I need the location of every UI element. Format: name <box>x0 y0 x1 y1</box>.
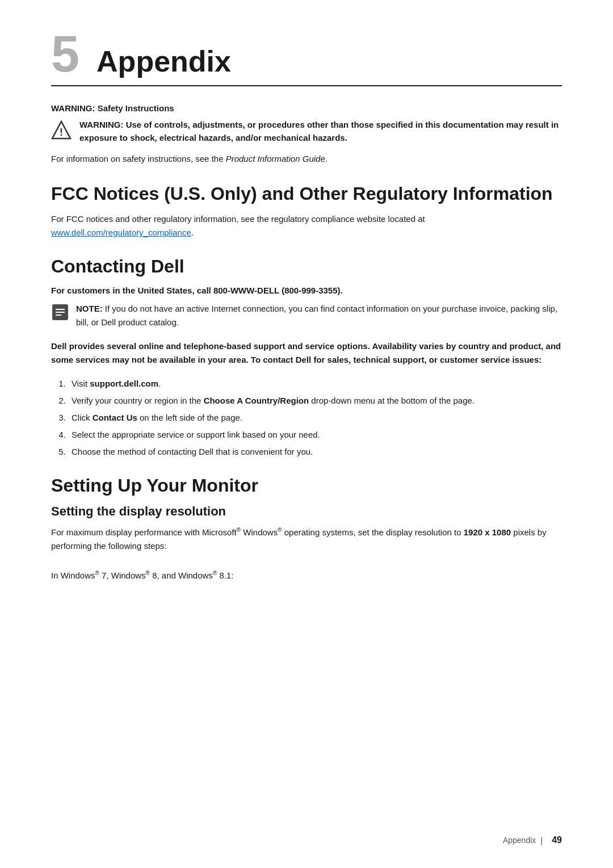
fcc-section: FCC Notices (U.S. Only) and Other Regula… <box>51 183 562 240</box>
setting-up-monitor-section: Setting Up Your Monitor Setting the disp… <box>51 475 562 582</box>
display-resolution-title: Setting the display resolution <box>51 504 562 519</box>
list-item: Choose the method of contacting Dell tha… <box>68 445 562 459</box>
chapter-title: Appendix <box>96 34 231 78</box>
chapter-number: 5 <box>51 28 79 79</box>
warning-box: ! WARNING: Use of controls, adjustments,… <box>51 119 562 144</box>
warning-section: WARNING: Safety Instructions ! WARNING: … <box>51 103 562 166</box>
footer-label: Appendix <box>503 836 536 845</box>
fcc-title: FCC Notices (U.S. Only) and Other Regula… <box>51 183 562 204</box>
list-item: Select the appropriate service or suppor… <box>68 428 562 442</box>
fcc-body: For FCC notices and other regulatory inf… <box>51 212 562 240</box>
warning-label: WARNING: Safety Instructions <box>51 103 562 113</box>
contact-steps-list: Visit support.dell.com. Verify your coun… <box>68 377 562 459</box>
display-resolution-subsection: Setting the display resolution For maxim… <box>51 504 562 582</box>
note-text: NOTE: If you do not have an active Inter… <box>76 302 562 329</box>
us-phone-heading: For customers in the United States, call… <box>51 286 562 295</box>
contacting-dell-title: Contacting Dell <box>51 255 562 277</box>
setting-up-monitor-title: Setting Up Your Monitor <box>51 475 562 496</box>
warning-triangle-icon: ! <box>51 120 72 140</box>
svg-text:!: ! <box>60 127 63 138</box>
display-resolution-body: For maximum display performance with Mic… <box>51 526 562 553</box>
footer-page-number: 49 <box>552 835 562 845</box>
footer-divider: | <box>540 836 543 845</box>
footer: Appendix | 49 <box>51 835 562 845</box>
chapter-header: 5 Appendix <box>51 34 562 79</box>
contacting-dell-section: Contacting Dell For customers in the Uni… <box>51 255 562 458</box>
page: 5 Appendix WARNING: Safety Instructions … <box>0 0 613 868</box>
note-icon <box>51 303 69 321</box>
note-box: NOTE: If you do not have an active Inter… <box>51 302 562 329</box>
list-item: Verify your country or region in the Cho… <box>68 394 562 408</box>
fcc-link[interactable]: www.dell.com/regulatory_compliance <box>51 228 191 237</box>
safety-note: For information on safety instructions, … <box>51 152 562 166</box>
windows-versions-note: In Windows® 7, Windows® 8, and Windows® … <box>51 569 562 582</box>
list-item: Click Contact Us on the left side of the… <box>68 411 562 425</box>
list-item: Visit support.dell.com. <box>68 377 562 391</box>
chapter-divider <box>51 85 562 86</box>
warning-text: WARNING: Use of controls, adjustments, o… <box>79 119 562 144</box>
intro-bold: Dell provides several online and telepho… <box>51 339 562 367</box>
